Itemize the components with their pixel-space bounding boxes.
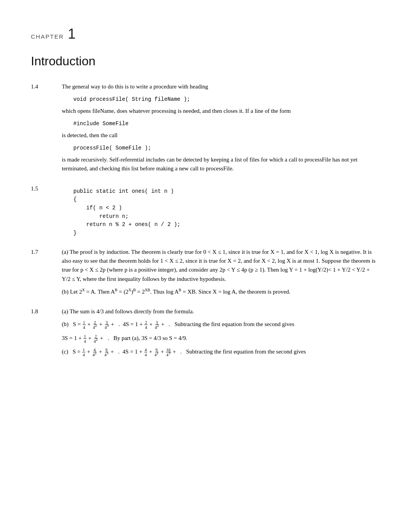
section-number-1-5: 1.5 (31, 184, 62, 241)
para-1-4-1: The general way to do this is to write a… (62, 82, 379, 91)
frac-1-4-d: 14 (82, 347, 85, 357)
section-content-1-7: (a) The proof is by induction. The theor… (62, 248, 379, 300)
page-title: Introduction (31, 52, 379, 71)
frac-9-4cb-d: 943 (104, 347, 109, 357)
frac-2-4sq-c: 242 (93, 334, 98, 343)
section-number-1-4: 1.4 (31, 82, 62, 177)
para-1-7-b: (b) Let 2X = A. Then AB = (2X)B = 2XB. T… (62, 287, 379, 296)
frac-2-4b: 24 (144, 320, 147, 330)
chapter-number: 1 (68, 23, 76, 45)
section-number-1-8: 1.8 (31, 307, 62, 361)
chapter-heading: CHAPTER 1 (31, 23, 379, 45)
para-1-8-b2: 3S = 1 + 14 + 242 + . By part (a), 3S = … (62, 334, 379, 343)
chapter-label: CHAPTER (31, 32, 64, 41)
code-block-1-4-2: #include SomeFile (73, 120, 379, 128)
code-block-1-4-1: void processFile( String fileName ); (73, 95, 379, 104)
para-1-4-3: is detected, then the call (62, 131, 379, 140)
section-content-1-5: public static int ones( int n ) { if( n … (62, 184, 379, 241)
code-block-1-4-3: processFile( SomeFile ); (73, 144, 379, 153)
frac-9-4sq-d: 942 (154, 347, 159, 357)
code-block-1-5: public static int ones( int n ) { if( n … (73, 187, 379, 238)
section-1-4: 1.4 The general way to do this is to wri… (31, 82, 379, 177)
frac-4-4sq-d: 442 (92, 347, 97, 357)
frac-1-4: 14 (83, 320, 86, 330)
para-1-7-a: (a) The proof is by induction. The theor… (62, 248, 379, 284)
para-1-4-4: is made recursively. Self-referential in… (62, 155, 379, 173)
frac-2-4sq: 242 (93, 320, 98, 330)
frac-16-4cb-d: 1643 (166, 347, 171, 357)
frac-4-4-d: 44 (144, 347, 147, 357)
frac-3-4cb: 343 (104, 320, 109, 330)
para-1-8-b: (b) S = 14 + 242 + 343 + . 4S = 1 + 24 +… (62, 320, 379, 330)
para-1-8-a: (a) The sum is 4/3 and follows directly … (62, 307, 379, 316)
para-1-8-c: (c) S = 14 + 442 + 943 + . 4S = 1 + 44 +… (62, 347, 379, 357)
section-1-8: 1.8 (a) The sum is 4/3 and follows direc… (31, 307, 379, 361)
para-1-4-2: which opens fileName, does whatever proc… (62, 107, 379, 116)
section-content-1-8: (a) The sum is 4/3 and follows directly … (62, 307, 379, 361)
section-number-1-7: 1.7 (31, 248, 62, 300)
section-1-7: 1.7 (a) The proof is by induction. The t… (31, 248, 379, 300)
frac-3-4sq-b: 342 (154, 320, 159, 330)
frac-1-4-c: 14 (83, 334, 86, 343)
section-1-5: 1.5 public static int ones( int n ) { if… (31, 184, 379, 241)
section-content-1-4: The general way to do this is to write a… (62, 82, 379, 177)
